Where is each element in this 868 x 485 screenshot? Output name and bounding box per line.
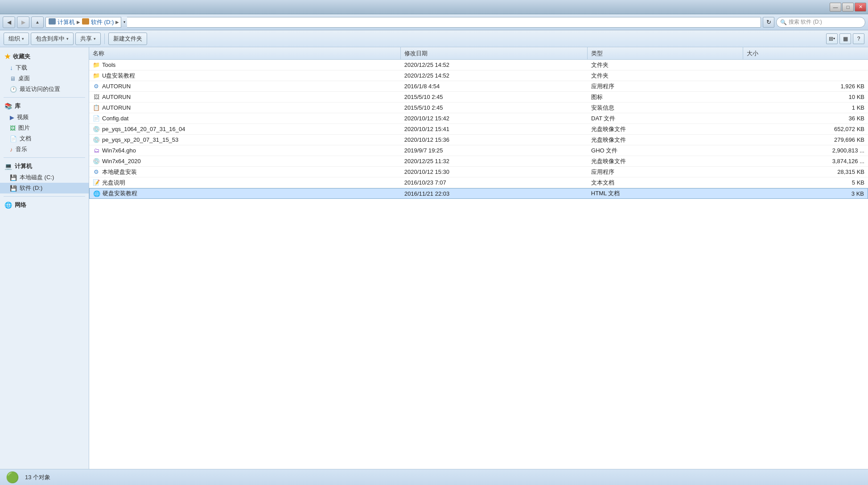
file-cell-type: 文件夹: [588, 61, 743, 69]
main-layout: ★ 收藏夹 ↓ 下载 🖥 桌面 🕐 最近访问的位置: [0, 47, 868, 469]
status-icon: 🟢: [5, 470, 20, 485]
breadcrumb-drive[interactable]: 软件 (D:): [91, 18, 114, 26]
network-label: 网络: [15, 201, 26, 209]
sidebar-desktop-label: 桌面: [18, 74, 30, 82]
view-button[interactable]: ⊞ ▾: [826, 33, 838, 44]
breadcrumb-pc[interactable]: 计算机: [58, 18, 75, 26]
file-cell-modified: 2015/5/10 2:45: [401, 94, 588, 100]
col-header-name[interactable]: 名称: [89, 47, 401, 59]
file-icon: 💿: [93, 158, 100, 165]
col-header-modified[interactable]: 修改日期: [401, 47, 588, 59]
close-button[interactable]: ✕: [855, 3, 866, 12]
breadcrumb-dropdown[interactable]: ▾: [121, 17, 127, 28]
refresh-icon: ↻: [766, 19, 771, 25]
include-button[interactable]: 包含到库中 ▾: [31, 33, 74, 45]
sidebar-image-label: 图片: [18, 124, 30, 132]
sidebar-item-desktop[interactable]: 🖥 桌面: [0, 73, 89, 84]
sidebar-item-recent[interactable]: 🕐 最近访问的位置: [0, 84, 89, 95]
file-row[interactable]: 🗂 Win7x64.gho 2019/9/7 19:25 GHO 文件 2,90…: [89, 145, 868, 156]
file-icon: 🖼: [93, 94, 100, 101]
sidebar-item-download[interactable]: ↓ 下载: [0, 62, 89, 73]
file-name: Win7x64_2020: [102, 158, 141, 164]
file-row[interactable]: 📄 Config.dat 2020/10/12 15:42 DAT 文件 36 …: [89, 113, 868, 124]
file-cell-modified: 2020/10/12 15:30: [401, 169, 588, 175]
file-cell-size: 28,315 KB: [743, 169, 868, 175]
file-icon: 💿: [93, 126, 100, 133]
file-row[interactable]: 💿 pe_yqs_xp_20_07_31_15_53 2020/10/12 15…: [89, 135, 868, 145]
file-row[interactable]: ⚙ 本地硬盘安装 2020/10/12 15:30 应用程序 28,315 KB: [89, 167, 868, 177]
file-icon: ⚙: [93, 83, 100, 90]
maximize-button[interactable]: □: [842, 3, 854, 12]
file-rows: 📁 Tools 2020/12/25 14:52 文件夹 📁 U盘安装教程 20…: [89, 60, 868, 469]
sidebar-section-network: 🌐 网络: [0, 199, 89, 211]
sidebar-item-drive-c[interactable]: 💾 本地磁盘 (C:): [0, 172, 89, 183]
sidebar-favorites-header[interactable]: ★ 收藏夹: [0, 51, 89, 62]
statusbar: 🟢 13 个对象: [0, 469, 868, 485]
sidebar-section-library: 📚 库 ▶ 视频 🖼 图片 📄 文档 ♪ 音乐: [0, 100, 89, 155]
back-icon: ◀: [7, 19, 11, 25]
new-folder-button[interactable]: 新建文件夹: [108, 33, 147, 45]
file-cell-modified: 2016/1/8 4:54: [401, 83, 588, 90]
file-cell-type: 安装信息: [588, 104, 743, 112]
sidebar-item-document[interactable]: 📄 文档: [0, 133, 89, 144]
file-name: Tools: [102, 62, 115, 68]
col-header-type[interactable]: 类型: [588, 47, 743, 59]
breadcrumb-pc-icon: [49, 18, 56, 26]
sidebar-computer-header[interactable]: 💻 计算机: [0, 160, 89, 172]
sidebar-library-header[interactable]: 📚 库: [0, 100, 89, 112]
file-name: 光盘说明: [102, 179, 125, 187]
help-button[interactable]: ?: [853, 33, 864, 44]
network-icon: 🌐: [4, 201, 12, 209]
file-row[interactable]: 📝 光盘说明 2016/10/23 7:07 文本文档 5 KB: [89, 177, 868, 188]
minimize-button[interactable]: —: [830, 3, 841, 12]
file-cell-modified: 2020/12/25 11:32: [401, 158, 588, 164]
up-button[interactable]: ▲: [31, 16, 44, 28]
file-cell-size: 3 KB: [743, 190, 868, 197]
status-count: 13 个对象: [25, 473, 50, 481]
file-cell-name: 📋 AUTORUN: [89, 104, 401, 111]
toolbar: 组织 ▾ 包含到库中 ▾ 共享 ▾ 新建文件夹 ⊞ ▾ ▦ ?: [0, 30, 868, 47]
file-cell-size: 36 KB: [743, 115, 868, 122]
include-chevron: ▾: [66, 37, 69, 41]
file-row[interactable]: 🌐 硬盘安装教程 2016/11/21 22:03 HTML 文档 3 KB: [89, 188, 868, 199]
sidebar-video-label: 视频: [17, 113, 29, 121]
forward-button[interactable]: ▶: [17, 16, 29, 28]
file-row[interactable]: 📁 Tools 2020/12/25 14:52 文件夹: [89, 60, 868, 70]
file-cell-name: 💿 Win7x64_2020: [89, 158, 401, 165]
file-cell-size: 652,072 KB: [743, 126, 868, 132]
sidebar-document-label: 文档: [20, 135, 31, 143]
sidebar-item-drive-d[interactable]: 💾 软件 (D:): [0, 183, 89, 193]
share-button[interactable]: 共享 ▾: [75, 33, 101, 45]
col-header-size[interactable]: 大小: [743, 47, 868, 59]
file-cell-type: GHO 文件: [588, 147, 743, 155]
sidebar-item-video[interactable]: ▶ 视频: [0, 112, 89, 123]
video-icon: ▶: [10, 114, 14, 121]
preview-button[interactable]: ▦: [839, 33, 851, 44]
file-cell-modified: 2015/5/10 2:45: [401, 104, 588, 111]
file-cell-name: ⚙ AUTORUN: [89, 83, 401, 90]
search-icon: 🔍: [780, 19, 787, 25]
file-cell-modified: 2020/12/25 14:52: [401, 62, 588, 68]
organize-button[interactable]: 组织 ▾: [4, 33, 29, 45]
file-list-container: 名称 修改日期 类型 大小 📁 Tools 2020/12/25 14:52 文…: [89, 47, 868, 469]
file-row[interactable]: 💿 pe_yqs_1064_20_07_31_16_04 2020/10/12 …: [89, 124, 868, 135]
sidebar-item-music[interactable]: ♪ 音乐: [0, 144, 89, 155]
file-cell-modified: 2019/9/7 19:25: [401, 147, 588, 154]
refresh-button[interactable]: ↻: [763, 17, 774, 28]
favorites-label: 收藏夹: [13, 53, 30, 61]
back-button[interactable]: ◀: [3, 16, 15, 28]
file-row[interactable]: ⚙ AUTORUN 2016/1/8 4:54 应用程序 1,926 KB: [89, 81, 868, 92]
search-bar[interactable]: 🔍 搜索 软件 (D:): [776, 17, 865, 28]
sidebar-network-header[interactable]: 🌐 网络: [0, 199, 89, 211]
file-icon: ⚙: [93, 169, 100, 176]
file-row[interactable]: 📋 AUTORUN 2015/5/10 2:45 安装信息 1 KB: [89, 103, 868, 113]
computer-label: 计算机: [15, 162, 32, 170]
file-cell-type: DAT 文件: [588, 115, 743, 123]
file-cell-size: 1 KB: [743, 104, 868, 111]
file-row[interactable]: 🖼 AUTORUN 2015/5/10 2:45 图标 10 KB: [89, 92, 868, 103]
file-icon: 🗂: [93, 147, 100, 154]
library-icon: 📚: [4, 103, 12, 110]
sidebar-item-image[interactable]: 🖼 图片: [0, 123, 89, 133]
file-row[interactable]: 💿 Win7x64_2020 2020/12/25 11:32 光盘映像文件 3…: [89, 156, 868, 167]
file-row[interactable]: 📁 U盘安装教程 2020/12/25 14:52 文件夹: [89, 70, 868, 81]
